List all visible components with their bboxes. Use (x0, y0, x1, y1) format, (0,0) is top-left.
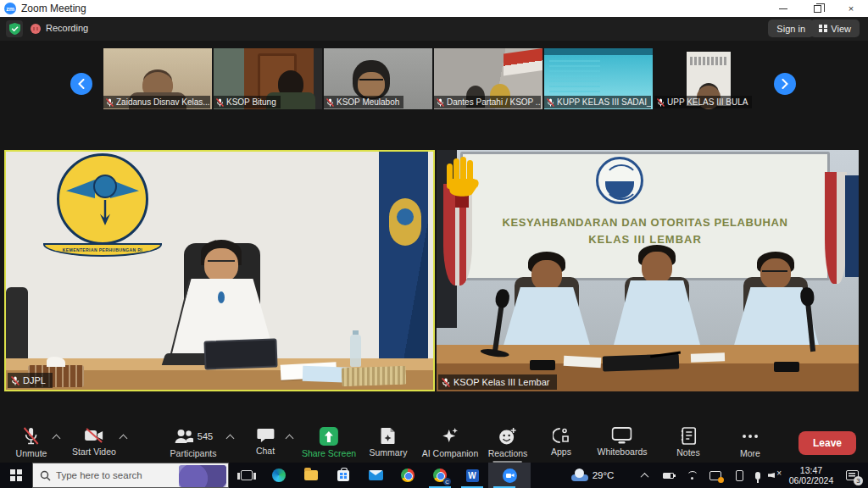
zoom-icon (503, 469, 517, 483)
file-explorer-button[interactable] (295, 463, 327, 488)
main-video-active-speaker[interactable]: KEMENTERIAN PERHUBUNGAN RI DJPL (4, 150, 435, 391)
battery-status[interactable] (658, 463, 678, 488)
volume-status[interactable] (765, 463, 785, 488)
chrome-icon (401, 469, 415, 482)
cast-icon (709, 471, 721, 480)
taskbar-search-input[interactable]: Type here to search (32, 463, 229, 488)
participants-icon (174, 429, 194, 444)
chrome-button[interactable] (392, 463, 424, 488)
view-grid-icon (819, 25, 827, 32)
weather-cloud-icon (571, 470, 588, 481)
mail-button[interactable] (359, 463, 392, 488)
store-icon (337, 470, 349, 481)
muted-mic-icon (442, 378, 450, 387)
chrome-profile-button[interactable]: C (424, 463, 456, 488)
taskbar-weather[interactable]: 29°C (563, 463, 622, 488)
summary-button[interactable]: Summary (370, 427, 408, 458)
share-screen-button[interactable]: Share Screen (302, 427, 356, 458)
raised-hand-reaction-icon (443, 155, 481, 211)
whiteboards-button[interactable]: Whiteboards (598, 427, 648, 457)
muted-mic-icon (11, 376, 19, 385)
battery-icon (663, 473, 674, 479)
participant-name-label: KSOP Meulaboh (324, 96, 403, 108)
minimize-button[interactable] (766, 0, 800, 17)
participants-options-chevron[interactable] (227, 434, 234, 441)
wifi-status[interactable] (682, 463, 702, 488)
participant-thumbnail[interactable]: KSOP Bitung (214, 48, 322, 109)
task-view-button[interactable] (231, 463, 263, 488)
sign-in-button[interactable]: Sign in (768, 19, 814, 37)
search-placeholder: Type here to search (56, 470, 142, 480)
camera-off-icon (84, 427, 104, 444)
unmute-options-chevron[interactable] (53, 434, 60, 441)
filmstrip-prev-button[interactable] (70, 73, 92, 95)
share-screen-icon (320, 427, 338, 446)
more-button[interactable]: More (740, 427, 760, 458)
participant-thumbnail[interactable]: KSOP Meulaboh (324, 48, 432, 109)
start-video-button[interactable]: Start Video (72, 427, 116, 457)
chat-icon (257, 427, 275, 443)
tray-expand-button[interactable] (634, 463, 654, 488)
participant-thumbnail[interactable]: KUPP KELAS III SADAI_... (544, 48, 653, 109)
recording-icon[interactable] (31, 24, 41, 34)
participant-thumbnail[interactable]: UPP KELAS III BULA (654, 48, 763, 109)
kemenhub-logo (596, 157, 643, 204)
view-button[interactable]: View (810, 19, 860, 37)
participants-count: 545 (198, 431, 213, 441)
edge-icon (272, 469, 286, 482)
notification-count-badge: 3 (854, 476, 863, 485)
zoom-taskbar-button[interactable] (488, 463, 531, 488)
taskbar-clock[interactable]: 13:47 06/02/2024 (787, 463, 836, 488)
unmute-button[interactable]: Unmute (16, 427, 47, 458)
video-options-chevron[interactable] (120, 434, 127, 441)
weather-temp: 29°C (593, 470, 615, 480)
zoom-meeting-window: zm Zoom Meeting × Recording Sign in View… (0, 0, 868, 488)
search-highlight-image[interactable] (179, 465, 226, 487)
participant-thumbnail[interactable]: Zaidanus Disnav Kelas... (103, 48, 212, 109)
word-button[interactable]: W (456, 463, 488, 488)
windows-taskbar: Type here to search C W 29°C 13:47 06/02… (0, 463, 868, 488)
whiteboard-icon (612, 427, 632, 444)
minimize-icon (779, 8, 787, 9)
leave-button[interactable]: Leave (798, 431, 856, 455)
main-video-secondary[interactable]: KESYAHBANDARAN DAN OTORITAS PELABUHAN KE… (437, 150, 859, 391)
profile-badge: C (443, 478, 451, 485)
apps-icon (553, 427, 570, 444)
reactions-button[interactable]: Reactions (488, 427, 528, 458)
participants-button[interactable]: 545 Participants (170, 427, 217, 458)
apps-button[interactable]: Apps (551, 427, 571, 457)
security-shield-icon (9, 23, 20, 35)
zoom-app-icon: zm (4, 3, 16, 14)
word-icon: W (466, 469, 479, 482)
phone-link-status[interactable] (729, 463, 749, 488)
chat-options-chevron[interactable] (287, 434, 293, 441)
edge-app-button[interactable] (263, 463, 295, 488)
participant-name-label: Dantes Partahi / KSOP ... (434, 96, 541, 108)
chevron-left-icon (77, 79, 86, 89)
chevron-up-icon (640, 472, 648, 480)
start-button[interactable] (0, 463, 32, 488)
recording-label: Recording (46, 23, 88, 33)
mic-muted-icon (23, 427, 40, 446)
ministry-flag (379, 152, 428, 370)
meeting-info-button[interactable] (6, 20, 23, 37)
banner-text-line2: KELAS III LEMBAR (460, 233, 830, 246)
participant-thumbnail[interactable]: Dantes Partahi / KSOP ... (434, 48, 542, 109)
filmstrip-next-button[interactable] (774, 73, 796, 95)
cast-status[interactable] (705, 463, 726, 488)
chat-button[interactable]: Chat (256, 427, 275, 456)
restore-button[interactable] (800, 0, 834, 17)
ai-companion-button[interactable]: AI Companion (422, 427, 479, 458)
video-name-tag: KSOP Kelas III Lembar (438, 374, 557, 390)
notes-button[interactable]: Notes (676, 427, 699, 458)
tray-mic-icon (755, 472, 760, 480)
store-button[interactable] (327, 463, 359, 488)
participant-name-label: Zaidanus Disnav Kelas... (103, 96, 210, 108)
phone-icon (736, 470, 743, 481)
notification-center-button[interactable]: 3 (837, 463, 866, 488)
clock-time: 13:47 (800, 465, 822, 475)
participant-name-label: UPP KELAS III BULA (654, 96, 752, 108)
close-button[interactable]: × (834, 0, 868, 17)
muted-mic-icon (547, 98, 554, 107)
muted-mic-icon (216, 98, 224, 107)
